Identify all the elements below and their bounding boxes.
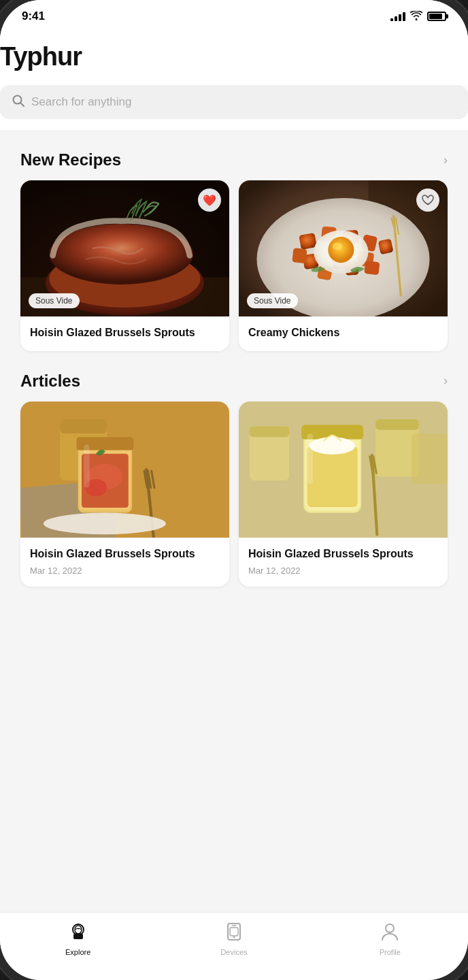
recipes-chevron-icon[interactable]: › xyxy=(444,153,448,167)
svg-point-43 xyxy=(44,512,166,534)
chef-hat-icon xyxy=(69,922,88,945)
svg-point-67 xyxy=(386,924,394,932)
recipe-name-1: Hoisin Glazed Brussels Sprouts xyxy=(30,326,220,340)
phone-frame: 9:41 Typhur xyxy=(0,0,468,980)
svg-rect-31 xyxy=(60,419,107,434)
svg-point-24 xyxy=(333,243,343,250)
article-name-2: Hoisin Glazed Brussels Sprouts xyxy=(248,547,438,561)
recipe-badge-1: Sous Vide xyxy=(29,293,80,308)
recipes-section-header: New Recipes › xyxy=(20,150,448,169)
articles-section: Articles › xyxy=(20,372,448,587)
article-card-1[interactable]: Hoisin Glazed Brussels Sprouts Mar 12, 2… xyxy=(20,402,229,587)
recipe-heart-1[interactable]: ❤️ xyxy=(198,189,221,212)
signal-bar-4 xyxy=(403,12,405,21)
search-placeholder: Search for anything xyxy=(31,95,131,109)
status-icons xyxy=(390,11,446,22)
device-icon xyxy=(225,922,243,945)
recipe-card-2[interactable]: Sous Vide Creamy Chickens xyxy=(239,180,448,351)
app-title: Typhur xyxy=(0,42,468,71)
recipes-section: New Recipes › xyxy=(20,150,448,351)
signal-bar-2 xyxy=(395,16,397,21)
article-info-2: Hoisin Glazed Brussels Sprouts Mar 12, 2… xyxy=(239,538,448,587)
recipe-name-2: Creamy Chickens xyxy=(248,326,438,340)
recipes-section-title: New Recipes xyxy=(20,150,121,169)
wifi-icon xyxy=(410,11,422,22)
svg-rect-54 xyxy=(307,446,358,507)
battery-icon xyxy=(427,12,446,21)
recipe-heart-2[interactable] xyxy=(416,189,439,212)
articles-section-header: Articles › xyxy=(20,372,448,391)
recipe-info-2: Creamy Chickens xyxy=(239,316,448,351)
svg-rect-49 xyxy=(375,419,419,430)
search-icon xyxy=(12,95,24,110)
jars-yellow-illustration xyxy=(239,402,448,538)
recipe-card-1[interactable]: Sous Vide ❤️ Hoisin Glazed Brussels Spro… xyxy=(20,180,229,351)
svg-point-23 xyxy=(328,237,354,263)
bottom-nav: Explore Devices Profile xyxy=(0,912,468,980)
svg-point-65 xyxy=(233,936,235,938)
recipe-info-1: Hoisin Glazed Brussels Sprouts xyxy=(20,316,229,351)
article-card-2[interactable]: Hoisin Glazed Brussels Sprouts Mar 12, 2… xyxy=(239,402,448,587)
signal-bar-3 xyxy=(399,14,401,21)
nav-label-profile: Profile xyxy=(380,948,401,956)
app-header: Typhur Search for anything xyxy=(0,29,468,130)
status-bar: 9:41 xyxy=(0,0,468,29)
svg-rect-17 xyxy=(292,248,307,263)
nav-item-explore[interactable]: Explore xyxy=(0,922,156,956)
svg-rect-64 xyxy=(230,928,238,936)
articles-section-title: Articles xyxy=(20,372,80,391)
recipe-badge-2: Sous Vide xyxy=(247,293,298,308)
articles-row: Hoisin Glazed Brussels Sprouts Mar 12, 2… xyxy=(20,402,448,587)
nav-label-devices: Devices xyxy=(220,948,247,956)
nav-item-devices[interactable]: Devices xyxy=(156,922,312,956)
page-scroll: Typhur Search for anything New Recipes › xyxy=(0,29,468,941)
article-name-1: Hoisin Glazed Brussels Sprouts xyxy=(30,547,220,561)
articles-chevron-icon[interactable]: › xyxy=(444,374,448,388)
battery-fill xyxy=(429,14,442,19)
article-image-1 xyxy=(20,402,229,538)
svg-rect-50 xyxy=(412,434,448,484)
nav-label-explore: Explore xyxy=(65,948,90,956)
status-time: 9:41 xyxy=(22,10,45,23)
svg-line-1 xyxy=(20,103,24,106)
main-content: New Recipes › xyxy=(0,130,468,941)
recipes-row: Sous Vide ❤️ Hoisin Glazed Brussels Spro… xyxy=(20,180,448,351)
signal-bar-1 xyxy=(390,18,393,21)
svg-rect-47 xyxy=(250,426,289,437)
jars-red-illustration xyxy=(20,402,229,538)
svg-rect-10 xyxy=(299,233,317,250)
svg-rect-61 xyxy=(73,934,83,939)
svg-rect-38 xyxy=(84,444,89,488)
search-bar[interactable]: Search for anything xyxy=(0,85,468,119)
recipe-image-1: Sous Vide ❤️ xyxy=(20,180,229,316)
article-date-1: Mar 12, 2022 xyxy=(30,566,220,576)
svg-rect-59 xyxy=(307,434,313,484)
svg-rect-21 xyxy=(364,261,380,275)
nav-item-profile[interactable]: Profile xyxy=(312,922,468,956)
article-image-2 xyxy=(239,402,448,538)
recipe-image-2: Sous Vide xyxy=(239,180,448,316)
signal-bars-icon xyxy=(390,12,405,21)
article-info-1: Hoisin Glazed Brussels Sprouts Mar 12, 2… xyxy=(20,538,229,587)
person-icon xyxy=(381,922,399,945)
article-date-2: Mar 12, 2022 xyxy=(248,566,438,576)
